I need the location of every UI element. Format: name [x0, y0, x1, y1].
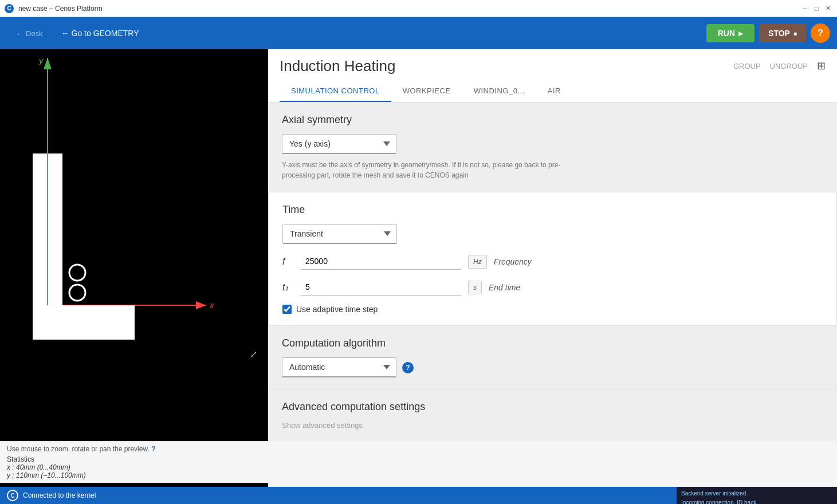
svg-point-9 — [69, 265, 85, 281]
computation-title: Computation algorithm — [282, 337, 823, 349]
goto-label: ← Go to GEOMETRY — [61, 29, 139, 38]
ungroup-button[interactable]: UNGROUP — [770, 62, 808, 70]
frequency-input[interactable] — [301, 253, 461, 270]
main-layout: y x ⤢ Use mouse t — [0, 49, 837, 487]
status-bar: C Connected to the kernel Backend server… — [0, 487, 837, 504]
statistics: Statistics x : 40mm (0...40mm) y : 110mm… — [7, 455, 261, 479]
axial-symmetry-section: Axial symmetry Yes (y axis) No Yes (x ax… — [268, 103, 837, 192]
log-line-1: Backend server initialized. — [681, 489, 832, 498]
window-title: new case – Cenos Platform — [18, 5, 800, 13]
run-button[interactable]: RUN — [706, 24, 755, 42]
tab-workpiece[interactable]: WORKPIECE — [391, 82, 462, 102]
desk-link[interactable]: ← Desk — [7, 29, 52, 38]
nav-bar: ← Desk ← Go to GEOMETRY RUN STOP ? — [0, 17, 837, 49]
window-controls[interactable]: ─ □ ✕ — [800, 4, 832, 13]
svg-text:x: x — [209, 300, 214, 310]
axial-symmetry-hint: Y-axis must be the axis of symmetry in g… — [282, 160, 568, 180]
svg-text:y: y — [38, 56, 44, 65]
adaptive-label[interactable]: Use adaptive time step — [296, 305, 378, 314]
tab-bar: SIMULATION CONTROL WORKPIECE WINDING_0..… — [280, 82, 826, 102]
end-time-row: t₁ s End time — [282, 279, 823, 296]
show-advanced-button[interactable]: Show advanced settings — [282, 421, 363, 430]
advanced-settings-title: Advanced computation settings — [282, 401, 823, 413]
svg-point-10 — [69, 285, 85, 301]
viewport-info: Use mouse to zoom, rotate or pan the pre… — [0, 441, 268, 483]
status-message: Connected to the kernel — [23, 491, 96, 499]
viewport-hint: Use mouse to zoom, rotate or pan the pre… — [7, 445, 261, 453]
stat-y: y : 110mm (−10...100mm) — [7, 471, 261, 479]
algo-row: Automatic Manual ? — [282, 357, 823, 377]
stats-title: Statistics — [7, 455, 261, 463]
frequency-label: f — [282, 257, 294, 267]
right-header: Induction Heating GROUP UNGROUP ⊞ SIMULA… — [268, 49, 837, 103]
status-icon: C — [7, 490, 18, 501]
log-panel: Backend server initialized. Incoming con… — [677, 487, 837, 504]
axial-symmetry-title: Axial symmetry — [282, 114, 823, 126]
viewport-panel: y x ⤢ Use mouse t — [0, 49, 268, 487]
maximize-button[interactable]: □ — [812, 4, 821, 13]
algorithm-dropdown[interactable]: Automatic Manual — [282, 357, 396, 377]
frequency-desc: Frequency — [494, 257, 532, 266]
algorithm-help-icon[interactable]: ? — [402, 362, 414, 373]
group-button[interactable]: GROUP — [733, 62, 761, 70]
minimize-button[interactable]: ─ — [800, 4, 810, 13]
desk-label: Desk — [26, 29, 43, 38]
time-section: Time Transient Harmonic Steady state f H… — [268, 192, 837, 326]
adaptive-checkbox[interactable] — [282, 305, 292, 314]
stop-button[interactable]: STOP — [759, 24, 806, 42]
app-icon: C — [5, 4, 14, 13]
axial-symmetry-dropdown[interactable]: Yes (y axis) No Yes (x axis) — [282, 134, 396, 154]
viewport-help-icon[interactable]: ? — [151, 445, 155, 453]
tab-air[interactable]: AIR — [536, 82, 572, 102]
grid-view-button[interactable]: ⊞ — [817, 60, 826, 72]
goto-geometry-link[interactable]: ← Go to GEOMETRY — [52, 29, 148, 38]
title-bar: C new case – Cenos Platform ─ □ ✕ — [0, 0, 837, 17]
svg-text:⤢: ⤢ — [250, 349, 257, 359]
adaptive-timestep-row: Use adaptive time step — [282, 305, 823, 314]
close-button[interactable]: ✕ — [823, 4, 832, 13]
tab-winding[interactable]: WINDING_0... — [462, 82, 536, 102]
svg-marker-4 — [196, 301, 206, 309]
frequency-unit: Hz — [468, 255, 487, 269]
stat-x: x : 40mm (0...40mm) — [7, 463, 261, 471]
content-area: Axial symmetry Yes (y axis) No Yes (x ax… — [268, 103, 837, 487]
page-title: Induction Heating — [280, 57, 395, 75]
end-time-desc: End time — [489, 283, 520, 292]
frequency-row: f Hz Frequency — [282, 253, 823, 270]
log-line-2: Incoming connection. ID back — [681, 498, 832, 504]
right-panel: Induction Heating GROUP UNGROUP ⊞ SIMULA… — [268, 49, 837, 487]
end-time-label: t₁ — [282, 282, 294, 293]
svg-marker-1 — [44, 58, 52, 69]
help-button[interactable]: ? — [811, 23, 830, 43]
computation-section: Computation algorithm Automatic Manual ? — [268, 326, 837, 389]
advanced-settings-section: Advanced computation settings Show advan… — [268, 389, 837, 441]
end-time-input[interactable] — [301, 279, 461, 296]
end-time-unit: s — [468, 281, 482, 294]
tab-simulation-control[interactable]: SIMULATION CONTROL — [280, 82, 391, 102]
desk-arrow: ← — [16, 29, 23, 38]
time-title: Time — [282, 204, 823, 216]
svg-rect-7 — [33, 305, 135, 340]
viewport-canvas[interactable]: y x ⤢ — [0, 49, 268, 441]
time-type-dropdown[interactable]: Transient Harmonic Steady state — [282, 224, 397, 244]
